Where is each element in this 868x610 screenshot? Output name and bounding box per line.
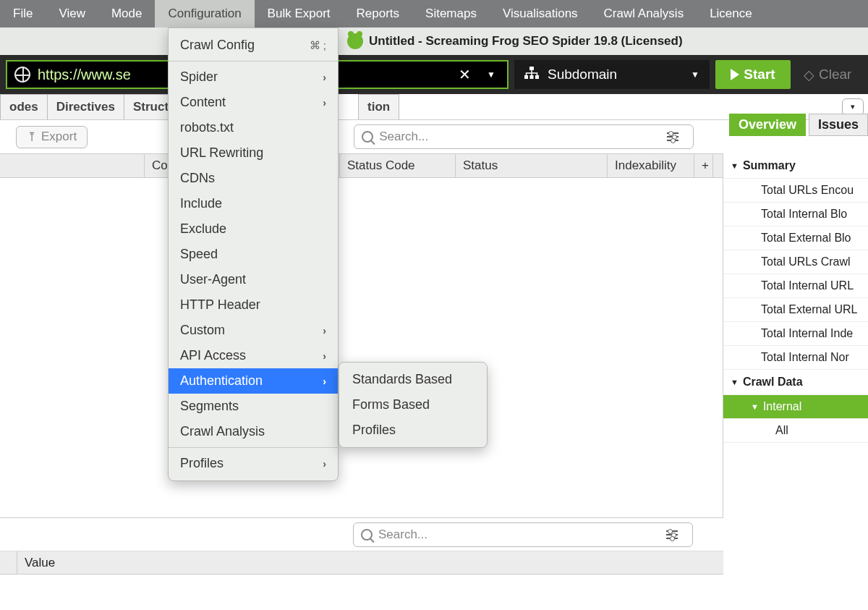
menu-item-url-rewriting[interactable]: URL Rewriting <box>169 140 338 166</box>
authentication-submenu: Standards BasedForms BasedProfiles <box>339 362 488 448</box>
chevron-right-icon: › <box>323 458 326 470</box>
menu-item-http-header[interactable]: HTTP Header <box>169 292 338 318</box>
start-label: Start <box>744 67 775 82</box>
col-indexability[interactable]: Indexability <box>608 154 694 177</box>
col-status[interactable]: Status <box>456 154 608 177</box>
submenu-item-profiles[interactable]: Profiles <box>339 418 487 443</box>
summary-header[interactable]: ▼Summary <box>723 153 868 179</box>
menu-crawl-analysis[interactable]: Crawl Analysis <box>591 0 697 27</box>
menu-separator <box>169 447 338 448</box>
menu-item-include[interactable]: Include <box>169 191 338 216</box>
menu-mode[interactable]: Mode <box>98 0 156 27</box>
menu-item-segments[interactable]: Segments <box>169 394 338 419</box>
menu-item-cdns[interactable]: CDNs <box>169 166 338 191</box>
start-button[interactable]: Start <box>715 60 791 89</box>
chevron-right-icon: › <box>323 72 326 83</box>
menu-item-label: User-Agent <box>180 272 246 287</box>
menu-item-robots-txt[interactable]: robots.txt <box>169 115 338 140</box>
menu-item-user-agent[interactable]: User-Agent <box>169 267 338 292</box>
menu-item-profiles[interactable]: Profiles› <box>169 451 338 476</box>
menu-item-crawl-analysis[interactable]: Crawl Analysis <box>169 419 338 444</box>
search-icon <box>362 131 373 143</box>
tab-partial[interactable]: tion <box>358 94 399 119</box>
scope-select[interactable]: Subdomain ▼ <box>514 60 710 89</box>
submenu-item-forms-based[interactable]: Forms Based <box>339 392 487 418</box>
menu-item-label: Segments <box>180 399 239 414</box>
detail-search-input[interactable]: Search... <box>353 522 693 547</box>
detail-col-value[interactable]: Value <box>17 551 62 574</box>
summary-label: Summary <box>743 159 796 172</box>
menu-item-api-access[interactable]: API Access› <box>169 343 338 368</box>
summary-item[interactable]: Total URLs Encou <box>723 179 868 203</box>
url-dropdown-icon[interactable]: ▼ <box>482 69 500 80</box>
menu-licence[interactable]: Licence <box>697 0 765 27</box>
triangle-down-icon: ▼ <box>731 161 739 170</box>
tab-overview[interactable]: Overview <box>729 114 806 136</box>
menu-item-exclude[interactable]: Exclude <box>169 216 338 242</box>
menu-item-spider[interactable]: Spider› <box>169 64 338 90</box>
search-input[interactable]: Search... <box>354 124 694 149</box>
menu-item-label: Exclude <box>180 221 226 237</box>
submenu-item-standards-based[interactable]: Standards Based <box>339 367 487 392</box>
export-button[interactable]: ⤒ Export <box>16 126 88 148</box>
play-icon <box>731 69 739 80</box>
tab-odes[interactable]: odes <box>0 94 48 119</box>
menu-item-custom[interactable]: Custom› <box>169 318 338 343</box>
internal-all-row[interactable]: All <box>723 419 868 443</box>
menu-visualisations[interactable]: Visualisations <box>490 0 591 27</box>
chevron-right-icon: › <box>323 350 326 362</box>
menu-configuration[interactable]: Configuration <box>155 0 254 27</box>
internal-label: Internal <box>763 400 801 413</box>
add-column-button[interactable]: + <box>694 154 713 177</box>
menu-file[interactable]: File <box>0 0 46 27</box>
window-title: Untitled - Screaming Frog SEO Spider 19.… <box>369 34 683 48</box>
clear-button[interactable]: ◇ Clear <box>796 60 859 89</box>
menu-bulk-export[interactable]: Bulk Export <box>255 0 344 27</box>
menu-item-label: robots.txt <box>180 120 234 135</box>
clear-url-icon[interactable]: ✕ <box>454 66 475 83</box>
summary-item[interactable]: Total Internal Nor <box>723 346 868 370</box>
summary-item[interactable]: Total URLs Crawl <box>723 250 868 274</box>
summary-item[interactable]: Total Internal Inde <box>723 322 868 346</box>
filter-icon[interactable] <box>662 525 682 545</box>
menu-item-label: URL Rewriting <box>180 145 263 161</box>
menu-item-label: Custom <box>180 323 225 338</box>
menu-reports[interactable]: Reports <box>344 0 413 27</box>
summary-item[interactable]: Total Internal Blo <box>723 203 868 226</box>
detail-pane: Search... Value <box>0 517 723 610</box>
menu-item-label: CDNs <box>180 171 215 186</box>
menu-sitemaps[interactable]: Sitemaps <box>412 0 490 27</box>
menu-item-label: HTTP Header <box>180 297 260 313</box>
menu-item-authentication[interactable]: Authentication› <box>169 368 338 394</box>
col-status-code[interactable]: Status Code <box>340 154 456 177</box>
svg-rect-2 <box>530 75 534 79</box>
summary-item[interactable]: Total Internal URL <box>723 274 868 298</box>
filter-icon[interactable] <box>663 127 683 147</box>
menu-item-crawl-config[interactable]: Crawl Config⌘ ; <box>169 33 338 58</box>
configuration-menu: Crawl Config⌘ ;Spider›Content›robots.txt… <box>168 27 339 481</box>
search-placeholder: Search... <box>379 130 428 144</box>
crawl-data-header[interactable]: ▼Crawl Data <box>723 370 868 395</box>
scope-label: Subdomain <box>548 67 617 82</box>
triangle-down-icon: ▼ <box>731 378 739 386</box>
menu-item-content[interactable]: Content› <box>169 90 338 115</box>
clear-label: Clear <box>819 67 851 82</box>
menu-item-label: Authentication <box>180 373 263 389</box>
tab-directives[interactable]: Directives <box>47 94 124 119</box>
summary-item[interactable]: Total External URL <box>723 298 868 322</box>
detail-table-header: Value <box>0 551 723 575</box>
menu-item-label: Speed <box>180 247 218 262</box>
svg-rect-0 <box>529 67 534 70</box>
menu-item-speed[interactable]: Speed <box>169 242 338 267</box>
upload-icon: ⤒ <box>27 130 37 145</box>
menu-view[interactable]: View <box>46 0 98 27</box>
col-blank[interactable] <box>0 154 145 177</box>
sitemap-icon <box>524 67 539 83</box>
internal-row[interactable]: ▼Internal <box>723 395 868 419</box>
menu-item-label: Content <box>180 95 226 110</box>
menu-shortcut: ⌘ ; <box>310 39 326 52</box>
summary-item[interactable]: Total External Blo <box>723 226 868 250</box>
tab-issues[interactable]: Issues <box>809 114 868 136</box>
svg-rect-3 <box>535 75 539 79</box>
menu-separator <box>169 61 338 62</box>
